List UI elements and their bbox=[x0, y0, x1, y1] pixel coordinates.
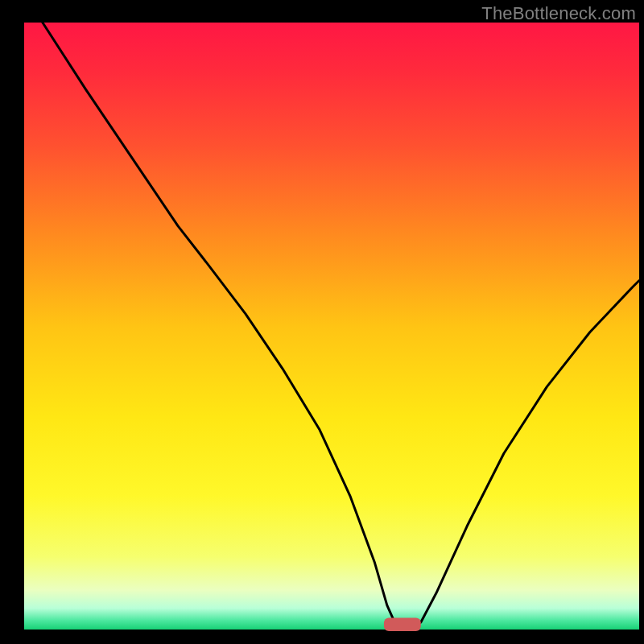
plot-area bbox=[24, 23, 639, 630]
watermark-text: TheBottleneck.com bbox=[481, 3, 636, 24]
chart-frame: TheBottleneck.com bbox=[0, 0, 644, 644]
bottleneck-chart bbox=[0, 0, 644, 644]
optimum-marker bbox=[384, 617, 421, 631]
